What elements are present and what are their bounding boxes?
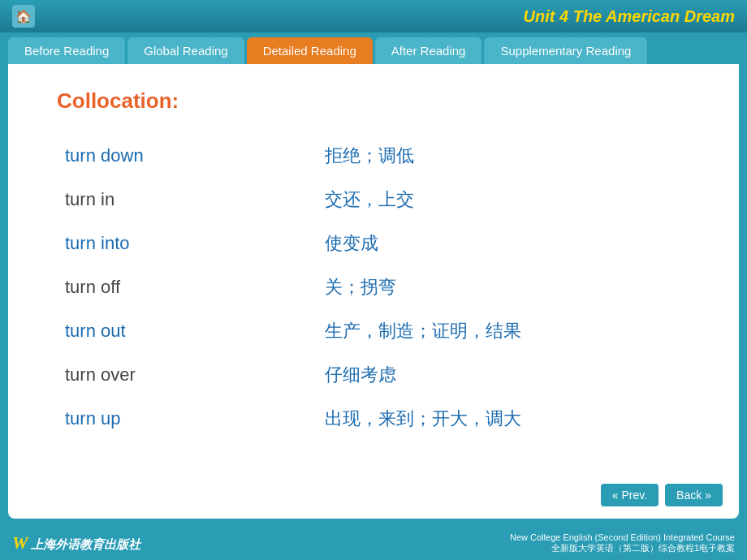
table-row: turn up出现，来到；开大，调大 — [57, 397, 698, 441]
header: 🏠 Unit 4 The American Dream — [0, 0, 747, 32]
phrase-cell: turn down — [57, 134, 317, 178]
back-label: Back — [676, 489, 702, 502]
footer: W 上海外语教育出版社 New College English (Second … — [0, 526, 747, 560]
phrase-cell: turn over — [57, 353, 317, 397]
bottom-nav: « Prev. Back » — [601, 484, 723, 506]
table-row: turn into使变成 — [57, 222, 698, 265]
meaning-cell: 生产，制造；证明，结果 — [317, 309, 698, 353]
meaning-cell: 仔细考虑 — [317, 353, 698, 397]
phrase-cell: turn in — [57, 178, 317, 222]
back-arrow-icon: » — [705, 489, 711, 502]
home-icon[interactable]: 🏠 — [12, 5, 35, 28]
meaning-cell: 使变成 — [317, 222, 698, 265]
section-title: Collocation: — [57, 88, 698, 114]
prev-button[interactable]: « Prev. — [601, 484, 658, 506]
table-row: turn over仔细考虑 — [57, 353, 698, 397]
phrase-cell: turn up — [57, 397, 317, 441]
logo-text: W 上海外语教育出版社 — [12, 538, 140, 551]
prev-arrow-icon: « — [612, 489, 619, 502]
meaning-cell: 拒绝；调低 — [317, 134, 698, 178]
nav-tabs: Before Reading Global Reading Detailed R… — [0, 32, 747, 64]
footer-line2: 全新版大学英语（第二版）综合教程1电子教案 — [510, 542, 735, 554]
prev-label: Prev. — [621, 489, 647, 502]
unit-title: Unit 4 The American Dream — [524, 7, 735, 26]
phrase-cell: turn into — [57, 222, 317, 265]
tab-supplementary-reading[interactable]: Supplementary Reading — [484, 37, 647, 64]
meaning-cell: 出现，来到；开大，调大 — [317, 397, 698, 441]
table-row: turn down拒绝；调低 — [57, 134, 698, 178]
footer-info: New College English (Second Edition) Int… — [510, 532, 735, 554]
collocation-table: turn down拒绝；调低turn in交还，上交turn into使变成tu… — [57, 134, 698, 441]
tab-after-reading[interactable]: After Reading — [375, 37, 482, 64]
meaning-cell: 关；拐弯 — [317, 265, 698, 309]
tab-detailed-reading[interactable]: Detailed Reading — [247, 37, 373, 64]
table-row: turn out生产，制造；证明，结果 — [57, 309, 698, 353]
tab-global-reading[interactable]: Global Reading — [127, 37, 244, 64]
back-button[interactable]: Back » — [665, 484, 723, 506]
phrase-cell: turn out — [57, 309, 317, 353]
table-row: turn off关；拐弯 — [57, 265, 698, 309]
footer-logo: W 上海外语教育出版社 — [12, 532, 140, 554]
phrase-cell: turn off — [57, 265, 317, 309]
main-content: Collocation: turn down拒绝；调低turn in交还，上交t… — [8, 64, 739, 519]
table-row: turn in交还，上交 — [57, 178, 698, 222]
tab-before-reading[interactable]: Before Reading — [8, 37, 125, 64]
meaning-cell: 交还，上交 — [317, 178, 698, 222]
footer-line1: New College English (Second Edition) Int… — [510, 532, 735, 542]
